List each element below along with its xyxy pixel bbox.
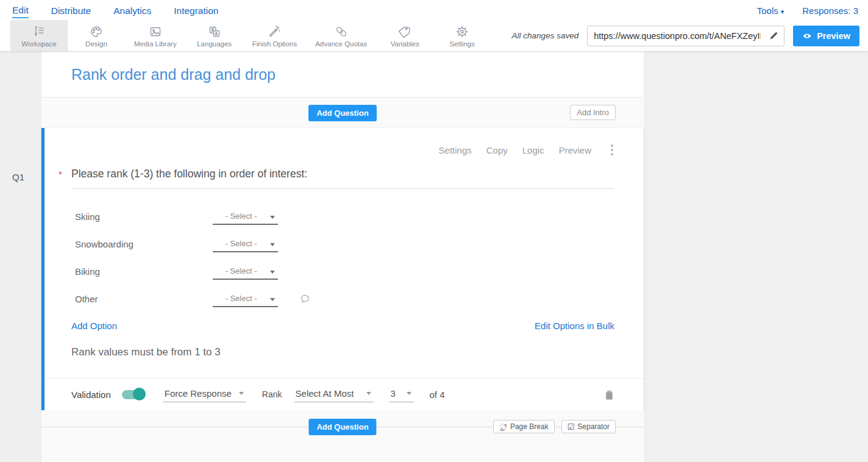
survey-title[interactable]: Rank order and drag and drop bbox=[71, 66, 276, 84]
nav-left: Edit Distribute Analytics Integration bbox=[12, 2, 218, 18]
checkbox-checked-icon: ☑ bbox=[567, 423, 575, 431]
option-label[interactable]: Snowboarding bbox=[75, 239, 213, 249]
chevron-down-icon bbox=[270, 216, 275, 219]
edit-url-button[interactable] bbox=[763, 26, 784, 46]
option-label[interactable]: Other bbox=[75, 294, 213, 304]
option-links-row: Add Option Edit Options in Bulk bbox=[71, 321, 614, 331]
add-intro-button[interactable]: Add Intro bbox=[570, 105, 616, 120]
more-options-icon[interactable] bbox=[610, 143, 614, 157]
right-background bbox=[644, 52, 868, 462]
question-card-menu: Settings Copy Logic Preview bbox=[71, 128, 614, 157]
nav-tab-integration[interactable]: Integration bbox=[174, 3, 218, 18]
rank-select-other[interactable]: - Select - bbox=[213, 291, 278, 307]
validation-label: Validation bbox=[71, 389, 111, 400]
toolbar-tab-advance-quotas[interactable]: Advance Quotas bbox=[306, 20, 376, 51]
option-label[interactable]: Biking bbox=[75, 266, 213, 277]
eye-icon bbox=[802, 31, 812, 41]
responses-link[interactable]: Responses: 3 bbox=[802, 3, 858, 17]
break-buttons: Page Break ☑ Separator bbox=[493, 420, 616, 433]
survey-canvas: Rank order and drag and drop Add Questio… bbox=[41, 52, 644, 462]
main-area: Q1 Rank order and drag and drop Add Ques… bbox=[0, 52, 868, 462]
gear-icon bbox=[455, 24, 469, 39]
add-question-strip-bottom: Add Question Page Break ☑ Separator bbox=[41, 410, 644, 462]
comment-bubble-icon[interactable] bbox=[300, 294, 310, 304]
broken-link-icon bbox=[499, 423, 507, 431]
toolbar-tab-workspace[interactable]: Workspace bbox=[10, 20, 68, 51]
toggle-knob bbox=[133, 388, 146, 400]
preview-button[interactable]: Preview bbox=[793, 26, 859, 46]
chevron-down-icon bbox=[270, 271, 275, 274]
page-break-button[interactable]: Page Break bbox=[493, 420, 555, 433]
chevron-down-icon bbox=[270, 298, 275, 301]
left-gutter: Q1 bbox=[0, 52, 41, 462]
toolbar-tab-label: Advance Quotas bbox=[315, 40, 367, 48]
add-question-button-top[interactable]: Add Question bbox=[308, 105, 376, 121]
toolbar-tab-label: Settings bbox=[449, 40, 475, 48]
toolbar-tab-label: Workspace bbox=[21, 40, 56, 48]
image-icon bbox=[148, 24, 163, 39]
of-total-label: of 4 bbox=[430, 389, 445, 400]
select-mode-select[interactable]: Select At Most bbox=[294, 387, 374, 402]
question-text-field[interactable]: Please rank (1-3) the following in order… bbox=[71, 168, 614, 189]
delete-question-button[interactable] bbox=[604, 389, 614, 400]
rank-select-skiing[interactable]: - Select - bbox=[213, 209, 278, 225]
toolbar-tab-finish-options[interactable]: Finish Options bbox=[243, 20, 307, 51]
chevron-down-icon bbox=[366, 392, 371, 395]
chevron-down-icon bbox=[239, 392, 244, 395]
chevron-down-icon bbox=[407, 392, 411, 395]
toolbar-tab-label: Design bbox=[85, 40, 107, 48]
question-text: Please rank (1-3) the following in order… bbox=[71, 168, 307, 180]
rank-select-snowboarding[interactable]: - Select - bbox=[213, 236, 278, 252]
rank-count-select[interactable]: 3 bbox=[390, 387, 414, 402]
tools-menu[interactable]: Tools▾ bbox=[757, 3, 784, 17]
toolbar-tab-design[interactable]: Design bbox=[68, 20, 125, 51]
pencil-icon bbox=[769, 30, 779, 41]
option-row-biking: Biking - Select - bbox=[71, 258, 614, 285]
nav-tab-distribute[interactable]: Distribute bbox=[51, 3, 91, 18]
toolbar-right: All changes saved Preview bbox=[512, 20, 868, 51]
add-option-link[interactable]: Add Option bbox=[71, 321, 117, 331]
question-preview-link[interactable]: Preview bbox=[559, 145, 591, 155]
question-number-label: Q1 bbox=[12, 172, 24, 182]
chain-icon bbox=[334, 24, 349, 39]
survey-url-input[interactable] bbox=[588, 31, 763, 41]
translate-icon bbox=[207, 24, 222, 39]
wand-icon bbox=[267, 24, 282, 39]
top-navigation: Edit Distribute Analytics Integration To… bbox=[0, 0, 868, 20]
rank-select-biking[interactable]: - Select - bbox=[213, 264, 278, 280]
answer-options: Skiing - Select - Snowboarding - Select … bbox=[71, 203, 614, 313]
validation-row: Validation Force Response Rank Select At… bbox=[44, 378, 644, 410]
option-row-snowboarding: Snowboarding - Select - bbox=[71, 230, 614, 258]
nav-tab-edit[interactable]: Edit bbox=[12, 2, 29, 18]
separator-button[interactable]: ☑ Separator bbox=[561, 420, 616, 433]
question-copy-link[interactable]: Copy bbox=[486, 145, 508, 155]
toolbar-tab-settings[interactable]: Settings bbox=[433, 20, 491, 51]
question-logic-link[interactable]: Logic bbox=[522, 145, 544, 155]
workspace-icon bbox=[32, 24, 46, 39]
toolbar-tab-variables[interactable]: Variables bbox=[376, 20, 433, 51]
survey-title-bar: Rank order and drag and drop bbox=[41, 52, 644, 98]
add-question-button-bottom[interactable]: Add Question bbox=[308, 419, 376, 435]
chevron-down-icon bbox=[270, 243, 275, 246]
editor-toolbar: Workspace Design Media Library bbox=[0, 20, 868, 52]
toolbar-tab-label: Languages bbox=[197, 40, 232, 48]
palette-icon bbox=[89, 24, 104, 39]
force-response-select[interactable]: Force Response bbox=[163, 387, 246, 402]
edit-options-in-bulk-link[interactable]: Edit Options in Bulk bbox=[535, 321, 614, 331]
option-label[interactable]: Skiing bbox=[75, 211, 213, 222]
toolbar-tab-media-library[interactable]: Media Library bbox=[125, 20, 186, 51]
nav-tab-analytics[interactable]: Analytics bbox=[113, 3, 151, 18]
question-settings-link[interactable]: Settings bbox=[439, 145, 472, 155]
save-status-text: All changes saved bbox=[512, 31, 579, 40]
chevron-down-icon: ▾ bbox=[781, 8, 784, 16]
toolbar-tab-languages[interactable]: Languages bbox=[186, 20, 243, 51]
option-row-skiing: Skiing - Select - bbox=[71, 203, 614, 230]
option-row-other: Other - Select - bbox=[71, 285, 614, 313]
toolbar-tab-label: Variables bbox=[391, 40, 419, 48]
rank-label: Rank bbox=[262, 389, 282, 399]
required-asterisk-icon: * bbox=[59, 169, 62, 179]
validation-toggle[interactable] bbox=[122, 390, 144, 399]
toolbar-tab-label: Finish Options bbox=[252, 40, 297, 48]
trash-icon bbox=[604, 389, 614, 400]
toolbar-tabs: Workspace Design Media Library bbox=[10, 20, 491, 51]
